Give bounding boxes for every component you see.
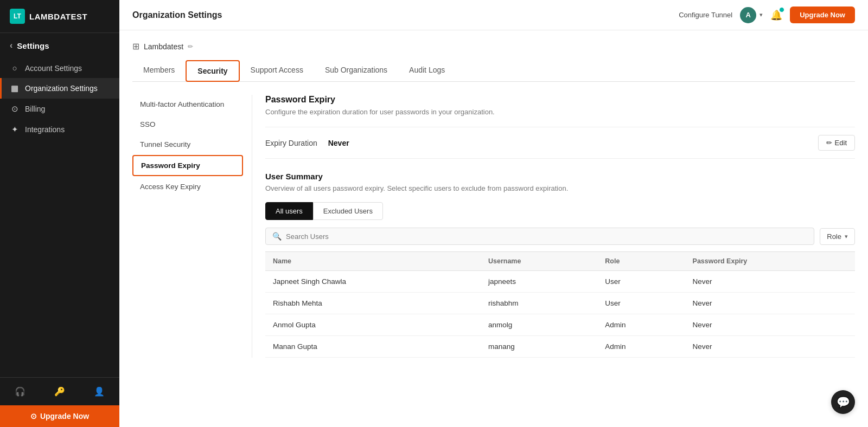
users-table: Name Username Role Password Expiry Japne… — [265, 251, 855, 358]
cell-username: rishabhm — [481, 293, 597, 314]
cell-name: Japneet Singh Chawla — [265, 271, 481, 293]
sidebar-item-label: Integrations — [25, 125, 65, 134]
cell-username: anmolg — [481, 314, 597, 336]
menu-item-access-key-expiry[interactable]: Access Key Expiry — [132, 177, 243, 196]
pencil-icon: ✏ — [826, 139, 832, 147]
edit-button[interactable]: ✏ Edit — [818, 135, 855, 151]
col-header-name: Name — [265, 252, 481, 271]
org-edit-icon[interactable]: ✏ — [188, 43, 193, 50]
content-area: ⊞ Lambdatest ✏ Members Security Support … — [119, 30, 868, 427]
tab-members[interactable]: Members — [132, 60, 186, 82]
expiry-label: Expiry Duration — [265, 139, 317, 147]
sidebar-item-billing[interactable]: ⊙ Billing — [0, 99, 119, 119]
cell-name: Anmol Gupta — [265, 314, 481, 336]
filter-tab-all-users[interactable]: All users — [265, 202, 313, 220]
tab-security[interactable]: Security — [186, 60, 239, 82]
sidebar-bottom: 🎧 🔑 👤 — [0, 377, 119, 405]
page-title: Organization Settings — [132, 10, 222, 20]
user-icon[interactable]: 👤 — [91, 383, 108, 400]
tab-audit-logs[interactable]: Audit Logs — [398, 60, 456, 82]
main-content: Organization Settings Configure Tunnel A… — [119, 0, 868, 427]
sidebar-nav: ○ Account Settings ▦ Organization Settin… — [0, 56, 119, 377]
org-name: Lambdatest — [144, 42, 183, 51]
tab-support-access[interactable]: Support Access — [240, 60, 314, 82]
logo-icon: LT — [10, 9, 25, 24]
sidebar-item-integrations[interactable]: ✦ Integrations — [0, 119, 119, 140]
cell-role: Admin — [597, 314, 685, 336]
filter-tabs: All users Excluded Users — [265, 202, 855, 220]
key-icon[interactable]: 🔑 — [51, 383, 68, 400]
settings-body: Multi-factor Authentication SSO Tunnel S… — [132, 95, 855, 358]
org-icon: ▦ — [10, 83, 20, 93]
billing-icon: ⊙ — [10, 104, 20, 114]
cell-name: Rishabh Mehta — [265, 293, 481, 314]
cell-password_expiry: Never — [685, 314, 855, 336]
role-dropdown-chevron: ▾ — [845, 233, 848, 240]
menu-item-sso[interactable]: SSO — [132, 115, 243, 134]
cell-password_expiry: Never — [685, 271, 855, 293]
upgrade-label: Upgrade Now — [40, 412, 89, 420]
chat-bubble[interactable]: 💬 — [831, 390, 855, 414]
org-breadcrumb: ⊞ Lambdatest ✏ — [132, 41, 855, 51]
menu-item-mfa[interactable]: Multi-factor Authentication — [132, 95, 243, 114]
settings-menu: Multi-factor Authentication SSO Tunnel S… — [132, 95, 252, 358]
header-right: Configure Tunnel A ▾ 🔔 Upgrade Now — [679, 7, 855, 23]
user-summary-title: User Summary — [265, 172, 855, 181]
chat-icon: 💬 — [837, 396, 850, 409]
headset-icon[interactable]: 🎧 — [11, 383, 29, 400]
cell-name: Manan Gupta — [265, 336, 481, 358]
settings-title: Settings — [17, 41, 49, 50]
col-header-role: Role — [597, 252, 685, 271]
sidebar-item-organization-settings[interactable]: ▦ Organization Settings — [0, 78, 119, 99]
notification-badge — [779, 7, 784, 12]
col-header-username: Username — [481, 252, 597, 271]
role-dropdown[interactable]: Role ▾ — [820, 228, 855, 245]
upgrade-button-sidebar[interactable]: ⊙ Upgrade Now — [0, 405, 119, 427]
search-icon: 🔍 — [272, 232, 282, 241]
col-header-password-expiry: Password Expiry — [685, 252, 855, 271]
cell-role: User — [597, 293, 685, 314]
settings-content: Password Expiry Configure the expiration… — [252, 95, 855, 358]
top-header: Organization Settings Configure Tunnel A… — [119, 0, 868, 30]
menu-item-tunnel-security[interactable]: Tunnel Security — [132, 135, 243, 154]
upgrade-icon: ⊙ — [30, 412, 37, 420]
integrations-icon: ✦ — [10, 125, 20, 134]
account-icon: ○ — [10, 63, 20, 73]
settings-header[interactable]: ‹ Settings — [0, 33, 119, 56]
tab-sub-organizations[interactable]: Sub Organizations — [314, 60, 398, 82]
search-input-wrap: 🔍 — [265, 228, 814, 245]
cell-role: Admin — [597, 336, 685, 358]
logo: LT LAMBDATEST — [0, 0, 119, 33]
search-role-row: 🔍 Role ▾ — [265, 228, 855, 245]
section-description: Configure the expiration duration for us… — [265, 108, 855, 116]
configure-tunnel-link[interactable]: Configure Tunnel — [679, 11, 732, 19]
expiry-row: Expiry Duration Never ✏ Edit — [265, 127, 855, 159]
cell-password_expiry: Never — [685, 293, 855, 314]
filter-tab-excluded-users[interactable]: Excluded Users — [313, 202, 383, 220]
upgrade-button-header[interactable]: Upgrade Now — [790, 7, 855, 23]
sidebar-item-label: Organization Settings — [25, 84, 98, 93]
avatar[interactable]: A — [740, 7, 756, 23]
cell-username: manang — [481, 336, 597, 358]
avatar-wrap: A ▾ — [740, 7, 763, 23]
chevron-down-icon[interactable]: ▾ — [760, 11, 763, 18]
cell-role: User — [597, 271, 685, 293]
cell-username: japneets — [481, 271, 597, 293]
menu-item-password-expiry[interactable]: Password Expiry — [132, 155, 243, 176]
sidebar-item-label: Billing — [25, 105, 45, 113]
logo-text: LAMBDATEST — [29, 12, 87, 21]
table-row: Anmol GuptaanmolgAdminNever — [265, 314, 855, 336]
sidebar-item-label: Account Settings — [25, 64, 82, 73]
tabs: Members Security Support Access Sub Orga… — [132, 60, 855, 82]
back-arrow-icon[interactable]: ‹ — [10, 41, 12, 50]
expiry-value: Never — [328, 139, 818, 147]
notification-bell[interactable]: 🔔 — [770, 9, 782, 21]
table-row: Rishabh MehtarishabhmUserNever — [265, 293, 855, 314]
table-row: Japneet Singh ChawlajapneetsUserNever — [265, 271, 855, 293]
table-row: Manan GuptamanangAdminNever — [265, 336, 855, 358]
cell-password_expiry: Never — [685, 336, 855, 358]
search-input[interactable] — [286, 232, 807, 241]
section-title: Password Expiry — [265, 95, 855, 105]
org-breadcrumb-icon: ⊞ — [132, 41, 139, 51]
sidebar-item-account-settings[interactable]: ○ Account Settings — [0, 58, 119, 78]
